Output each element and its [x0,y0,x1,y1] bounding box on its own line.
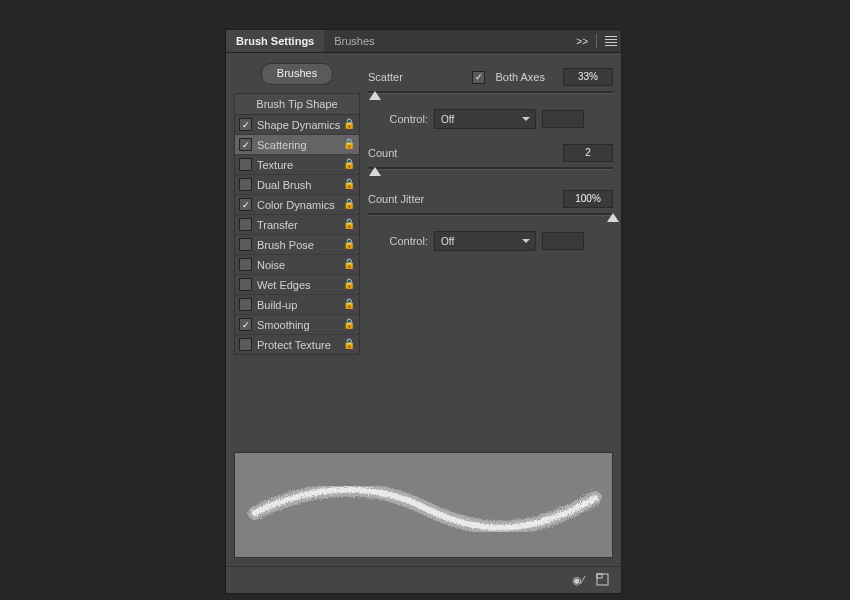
lock-icon[interactable]: 🔒 [343,298,355,309]
scatter-value-input[interactable]: 33% [563,68,613,86]
option-transfer[interactable]: Transfer 🔒 [235,215,359,235]
scatter-label: Scatter [368,71,472,83]
tab-brushes[interactable]: Brushes [324,30,384,52]
scatter-control-dropdown[interactable]: Off [434,109,536,129]
option-texture[interactable]: Texture 🔒 [235,155,359,175]
option-label: Build-up [257,299,297,311]
toggle-preview-icon[interactable]: ◉∕ [572,574,584,587]
count-jitter-slider[interactable] [368,211,613,223]
checkbox-wet-edges[interactable] [239,278,252,291]
lock-icon[interactable]: 🔒 [343,118,355,129]
svg-rect-1 [597,574,602,578]
lock-icon[interactable]: 🔒 [343,258,355,269]
lock-icon[interactable]: 🔒 [343,278,355,289]
checkbox-color-dynamics[interactable] [239,198,252,211]
option-noise[interactable]: Noise 🔒 [235,255,359,275]
scatter-slider[interactable] [368,89,613,101]
count-slider[interactable] [368,165,613,177]
count-jitter-label: Count Jitter [368,193,563,205]
option-wet-edges[interactable]: Wet Edges 🔒 [235,275,359,295]
checkbox-texture[interactable] [239,158,252,171]
panel-menu-icon[interactable] [605,34,617,48]
lock-icon[interactable]: 🔒 [343,158,355,169]
checkbox-noise[interactable] [239,258,252,271]
option-protect-texture[interactable]: Protect Texture 🔒 [235,335,359,354]
option-dual-brush[interactable]: Dual Brush 🔒 [235,175,359,195]
option-label: Transfer [257,219,298,231]
option-label: Brush Pose [257,239,314,251]
option-brush-pose[interactable]: Brush Pose 🔒 [235,235,359,255]
tab-brush-settings[interactable]: Brush Settings [226,30,324,52]
scatter-control-extra [542,110,584,128]
separator [596,34,597,48]
option-scattering[interactable]: Scattering 🔒 [235,135,359,155]
option-build-up[interactable]: Build-up 🔒 [235,295,359,315]
option-label: Scattering [257,139,307,151]
lock-icon[interactable]: 🔒 [343,338,355,349]
checkbox-build-up[interactable] [239,298,252,311]
count-jitter-control-label: Control: [386,235,428,247]
checkbox-dual-brush[interactable] [239,178,252,191]
option-shape-dynamics[interactable]: Shape Dynamics 🔒 [235,115,359,135]
checkbox-smoothing[interactable] [239,318,252,331]
option-color-dynamics[interactable]: Color Dynamics 🔒 [235,195,359,215]
lock-icon[interactable]: 🔒 [343,318,355,329]
count-jitter-control-dropdown[interactable]: Off [434,231,536,251]
scatter-control-label: Control: [386,113,428,125]
lock-icon[interactable]: 🔒 [343,238,355,249]
lock-icon[interactable]: 🔒 [343,138,355,149]
lock-icon[interactable]: 🔒 [343,218,355,229]
both-axes-label: Both Axes [495,71,545,83]
option-label: Noise [257,259,285,271]
panel-footer: ◉∕ [226,566,621,593]
tip-options-list: Brush Tip Shape Shape Dynamics 🔒 Scatter… [234,93,360,355]
option-smoothing[interactable]: Smoothing 🔒 [235,315,359,335]
option-label: Protect Texture [257,339,331,351]
checkbox-protect-texture[interactable] [239,338,252,351]
checkbox-scattering[interactable] [239,138,252,151]
option-label: Texture [257,159,293,171]
brush-preview [234,452,613,558]
count-jitter-value-input[interactable]: 100% [563,190,613,208]
brushes-button[interactable]: Brushes [261,63,333,85]
tab-bar: Brush Settings Brushes >> [226,30,621,53]
checkbox-shape-dynamics[interactable] [239,118,252,131]
checkbox-transfer[interactable] [239,218,252,231]
checkbox-both-axes[interactable] [472,71,485,84]
collapse-icon[interactable]: >> [576,36,588,47]
count-label: Count [368,147,563,159]
option-label: Wet Edges [257,279,311,291]
brush-settings-panel: Brush Settings Brushes >> Brushes Brush … [225,29,622,594]
count-value-input[interactable]: 2 [563,144,613,162]
option-label: Smoothing [257,319,310,331]
option-label: Dual Brush [257,179,311,191]
lock-icon[interactable]: 🔒 [343,178,355,189]
list-header-brush-tip-shape[interactable]: Brush Tip Shape [235,94,359,115]
lock-icon[interactable]: 🔒 [343,198,355,209]
checkbox-brush-pose[interactable] [239,238,252,251]
count-jitter-control-extra [542,232,584,250]
option-label: Color Dynamics [257,199,335,211]
option-label: Shape Dynamics [257,119,340,131]
new-preset-icon[interactable] [596,573,609,588]
